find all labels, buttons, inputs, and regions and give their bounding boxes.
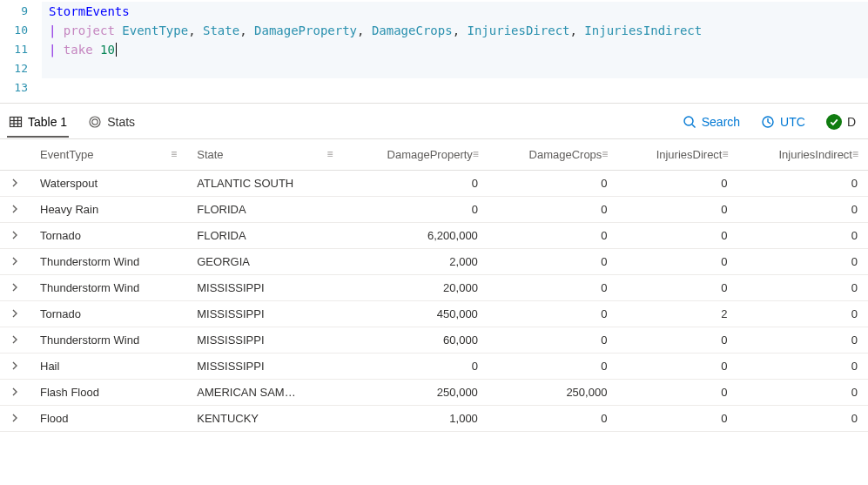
code-line[interactable]: 10| project EventType, State, DamageProp… (0, 21, 868, 40)
cell-damageproperty[interactable]: 2,000 (342, 249, 488, 275)
code-line[interactable]: 12 (0, 59, 868, 78)
cell-injuriesindirect[interactable]: 0 (738, 301, 869, 327)
column-menu-icon[interactable]: ≡ (602, 148, 607, 160)
table-row[interactable]: TornadoMISSISSIPPI450,000020 (0, 301, 868, 327)
cell-damagecrops[interactable]: 0 (488, 171, 618, 197)
code-content[interactable]: | project EventType, State, DamageProper… (42, 21, 868, 40)
cell-damageproperty[interactable]: 1,000 (342, 406, 488, 432)
cell-damagecrops[interactable]: 0 (488, 406, 618, 432)
expand-row-button[interactable] (0, 406, 30, 432)
cell-injuriesdirect[interactable]: 0 (617, 275, 737, 301)
cell-damageproperty[interactable]: 0 (342, 171, 488, 197)
cell-state[interactable]: FLORIDA (186, 197, 342, 223)
results-pane[interactable]: EventType≡State≡DamageProperty≡DamageCro… (0, 139, 868, 485)
table-row[interactable]: WaterspoutATLANTIC SOUTH0000 (0, 171, 868, 197)
cell-state[interactable]: MISSISSIPPI (186, 275, 342, 301)
cell-state[interactable]: MISSISSIPPI (186, 354, 342, 380)
table-row[interactable]: Thunderstorm WindMISSISSIPPI20,000000 (0, 275, 868, 301)
cell-injuriesdirect[interactable]: 0 (617, 249, 737, 275)
cell-eventtype[interactable]: Thunderstorm Wind (30, 327, 186, 354)
cell-injuriesdirect[interactable]: 0 (617, 327, 737, 354)
code-line[interactable]: 9StormEvents (0, 2, 868, 21)
cell-eventtype[interactable]: Thunderstorm Wind (30, 249, 186, 275)
cell-injuriesindirect[interactable]: 0 (738, 354, 869, 380)
cell-state[interactable]: FLORIDA (186, 223, 342, 249)
column-header-injuriesindirect[interactable]: InjuriesIndirect≡ (738, 139, 869, 171)
cell-damagecrops[interactable]: 0 (488, 197, 618, 223)
cell-damagecrops[interactable]: 250,000 (488, 380, 618, 406)
code-content[interactable] (42, 78, 868, 98)
cell-damagecrops[interactable]: 0 (488, 327, 618, 354)
code-content[interactable]: | take 10 (42, 40, 868, 59)
cell-state[interactable]: AMERICAN SAM… (186, 380, 342, 406)
cell-eventtype[interactable]: Flood (30, 406, 186, 432)
expand-row-button[interactable] (0, 380, 30, 406)
code-line[interactable]: 13 (0, 78, 868, 98)
table-row[interactable]: FloodKENTUCKY1,000000 (0, 406, 868, 432)
column-header-damageproperty[interactable]: DamageProperty≡ (342, 139, 488, 171)
cell-injuriesindirect[interactable]: 0 (738, 327, 869, 354)
cell-injuriesindirect[interactable]: 0 (738, 223, 869, 249)
cell-eventtype[interactable]: Heavy Rain (30, 197, 186, 223)
code-content[interactable] (42, 59, 868, 78)
tab-stats[interactable]: Stats (88, 115, 135, 129)
cell-state[interactable]: MISSISSIPPI (186, 301, 342, 327)
cell-state[interactable]: MISSISSIPPI (186, 327, 342, 354)
column-menu-icon[interactable]: ≡ (852, 148, 858, 160)
code-content[interactable]: StormEvents (42, 2, 868, 21)
table-row[interactable]: TornadoFLORIDA6,200,000000 (0, 223, 868, 249)
query-editor[interactable]: 9StormEvents10| project EventType, State… (0, 0, 868, 104)
column-menu-icon[interactable]: ≡ (473, 148, 478, 160)
cell-injuriesindirect[interactable]: 0 (738, 249, 869, 275)
cell-damagecrops[interactable]: 0 (488, 223, 618, 249)
cell-damageproperty[interactable]: 250,000 (342, 380, 488, 406)
cell-injuriesindirect[interactable]: 0 (738, 171, 869, 197)
expand-row-button[interactable] (0, 197, 30, 223)
cell-state[interactable]: GEORGIA (186, 249, 342, 275)
table-row[interactable]: Thunderstorm WindMISSISSIPPI60,000000 (0, 327, 868, 354)
table-row[interactable]: Heavy RainFLORIDA0000 (0, 197, 868, 223)
cell-state[interactable]: KENTUCKY (186, 406, 342, 432)
table-row[interactable]: Flash FloodAMERICAN SAM…250,000250,00000 (0, 380, 868, 406)
cell-injuriesdirect[interactable]: 0 (617, 223, 737, 249)
cell-damageproperty[interactable]: 60,000 (342, 327, 488, 354)
status-done[interactable]: D (826, 114, 856, 130)
cell-eventtype[interactable]: Flash Flood (30, 380, 186, 406)
column-header-damagecrops[interactable]: DamageCrops≡ (488, 139, 618, 171)
expand-row-button[interactable] (0, 249, 30, 275)
cell-damagecrops[interactable]: 0 (488, 275, 618, 301)
cell-damageproperty[interactable]: 450,000 (342, 301, 488, 327)
tab-table[interactable]: Table 1 (9, 115, 67, 129)
expand-row-button[interactable] (0, 354, 30, 380)
expand-row-button[interactable] (0, 171, 30, 197)
cell-injuriesdirect[interactable]: 0 (617, 380, 737, 406)
cell-eventtype[interactable]: Thunderstorm Wind (30, 275, 186, 301)
cell-damagecrops[interactable]: 0 (488, 354, 618, 380)
timezone-button[interactable]: UTC (761, 115, 805, 129)
cell-injuriesdirect[interactable]: 0 (617, 197, 737, 223)
cell-injuriesdirect[interactable]: 2 (617, 301, 737, 327)
cell-damageproperty[interactable]: 20,000 (342, 275, 488, 301)
cell-damageproperty[interactable]: 0 (342, 354, 488, 380)
expand-row-button[interactable] (0, 275, 30, 301)
code-line[interactable]: 11| take 10 (0, 40, 868, 59)
cell-state[interactable]: ATLANTIC SOUTH (186, 171, 342, 197)
expand-row-button[interactable] (0, 223, 30, 249)
cell-eventtype[interactable]: Tornado (30, 223, 186, 249)
cell-injuriesindirect[interactable]: 0 (738, 197, 869, 223)
column-header-eventtype[interactable]: EventType≡ (30, 139, 186, 171)
cell-eventtype[interactable]: Tornado (30, 301, 186, 327)
cell-injuriesdirect[interactable]: 0 (617, 354, 737, 380)
column-menu-icon[interactable]: ≡ (326, 148, 332, 160)
cell-eventtype[interactable]: Hail (30, 354, 186, 380)
cell-damageproperty[interactable]: 6,200,000 (342, 223, 488, 249)
cell-injuriesindirect[interactable]: 0 (738, 275, 869, 301)
cell-injuriesdirect[interactable]: 0 (617, 171, 737, 197)
column-menu-icon[interactable]: ≡ (171, 148, 176, 160)
expand-row-button[interactable] (0, 301, 30, 327)
expand-row-button[interactable] (0, 327, 30, 354)
table-row[interactable]: Thunderstorm WindGEORGIA2,000000 (0, 249, 868, 275)
column-header-injuriesdirect[interactable]: InjuriesDirect≡ (617, 139, 737, 171)
cell-injuriesdirect[interactable]: 0 (617, 406, 737, 432)
cell-injuriesindirect[interactable]: 0 (738, 380, 869, 406)
